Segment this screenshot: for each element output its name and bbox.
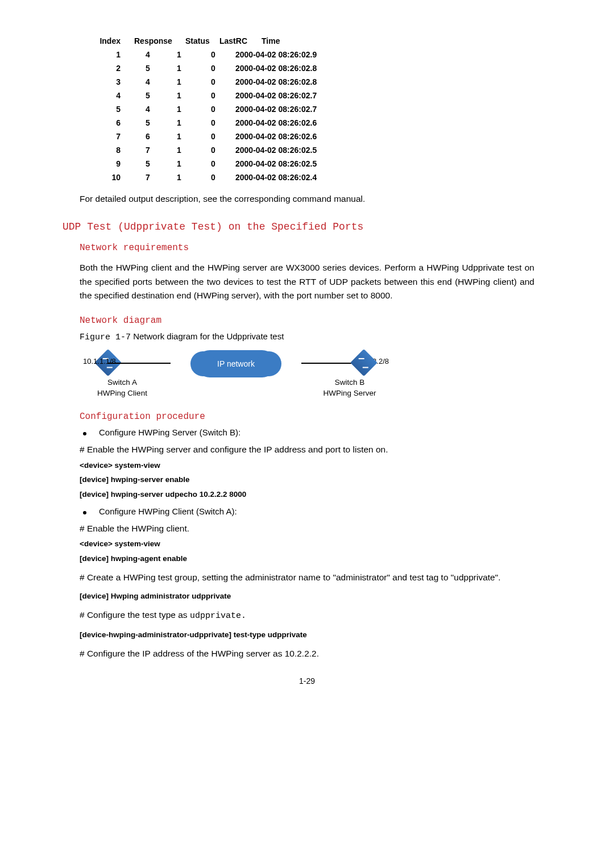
page-number: 1-29 [80,676,534,686]
col-time: Time [259,36,362,45]
bullet-client: Configure HWPing Client (Switch A): [80,506,534,516]
table-row: 3 4 1 0 2000-04-02 08:26:02.8 [91,75,534,89]
cmd-line: <device> system-view [80,459,534,472]
cmd-line: [device-hwping-administrator-udpprivate]… [80,629,534,641]
col-status: Status [185,36,219,45]
cmd-line: [device] hwping-agent enable [80,553,534,565]
bullet-server: Configure HWPing Server (Switch B): [80,427,534,437]
cmd-line: <device> system-view [80,538,534,550]
cloud-icon: IP network [196,350,276,377]
table-row: 10 7 1 0 2000-04-02 08:26:02.4 [91,171,534,184]
network-requirements-text: Both the HWPing client and the HWPing se… [80,261,534,303]
cloud-label: IP network [217,359,255,368]
switch-icon [354,350,374,376]
figure-label: Figure 1-7 [80,333,131,342]
heading-configuration-procedure: Configuration procedure [80,412,534,422]
bullet-server-text: Configure HWPing Server (Switch B): [99,427,240,437]
create-group-text: # Create a HWPing test group, setting th… [80,571,534,585]
section-udp-test: UDP Test (Udpprivate Test) on the Specif… [63,221,534,232]
table-row: 1 4 1 0 2000-04-02 08:26:02.9 [91,48,534,61]
table-row: 5 4 1 0 2000-04-02 08:26:02.7 [91,102,534,116]
cmd-line: [device] Hwping administrator udpprivate [80,590,534,603]
switch-b-role: HWPing Server [307,388,392,399]
bullet-icon [83,432,86,435]
bullet-icon [83,511,86,514]
switch-a-role: HWPing Client [80,388,165,399]
bullet-client-text: Configure HWPing Client (Switch A): [99,506,237,516]
figure-caption: Figure 1-7 Network diagram for the Udppr… [80,331,534,342]
enable-server-text: # Enable the HWPing server and configure… [80,443,534,457]
table-row: 2 5 1 0 2000-04-02 08:26:02.8 [91,61,534,75]
history-table: Index Response Status LastRC Time 1 4 1 … [91,34,534,184]
figure-text: Network diagram for the Udpprivate test [133,331,284,341]
col-index: Index [91,36,131,45]
detail-note: For detailed output description, see the… [80,192,534,206]
col-response: Response [131,36,185,45]
table-row: 9 5 1 0 2000-04-02 08:26:02.5 [91,157,534,171]
config-ip-text: # Configure the IP address of the HWPing… [80,647,534,661]
table-row: 7 6 1 0 2000-04-02 08:26:02.6 [91,130,534,143]
network-diagram: 10.1.1.1/8 IP network 10.2.2.2/8 Switch … [80,347,392,399]
ip-left: 10.1.1.1/8 [83,357,116,366]
table-row: 6 5 1 0 2000-04-02 08:26:02.6 [91,116,534,130]
col-lastrc: LastRC [219,36,259,45]
enable-client-text: # Enable the HWPing client. [80,522,534,536]
heading-network-requirements: Network requirements [80,243,534,253]
cmd-line: [device] hwping-server enable [80,474,534,486]
cmd-line: [device] hwping-server udpecho 10.2.2.2 … [80,488,534,501]
table-row: 8 7 1 0 2000-04-02 08:26:02.5 [91,143,534,157]
table-row: 4 5 1 0 2000-04-02 08:26:02.7 [91,89,534,102]
test-type-text: # Configure the test type as udpprivate. [80,608,534,623]
heading-network-diagram: Network diagram [80,315,534,326]
